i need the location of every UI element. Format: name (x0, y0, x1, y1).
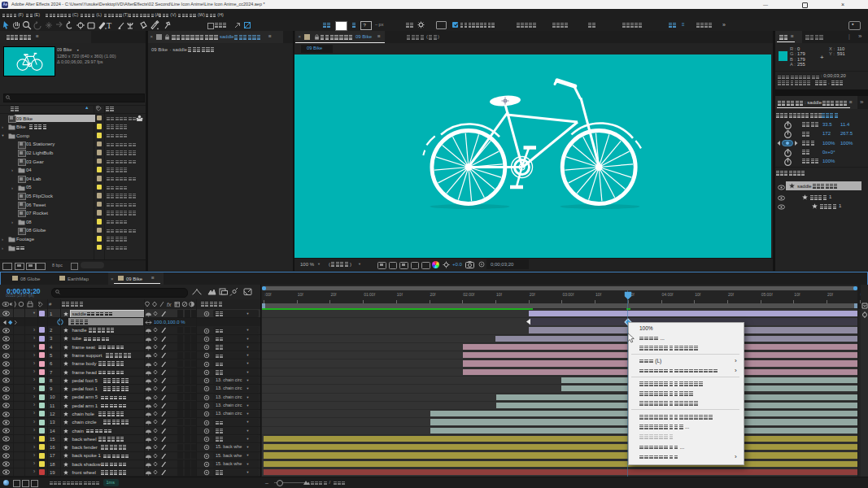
svg-text:fx: fx (167, 302, 172, 307)
svg-text:T: T (107, 21, 111, 30)
